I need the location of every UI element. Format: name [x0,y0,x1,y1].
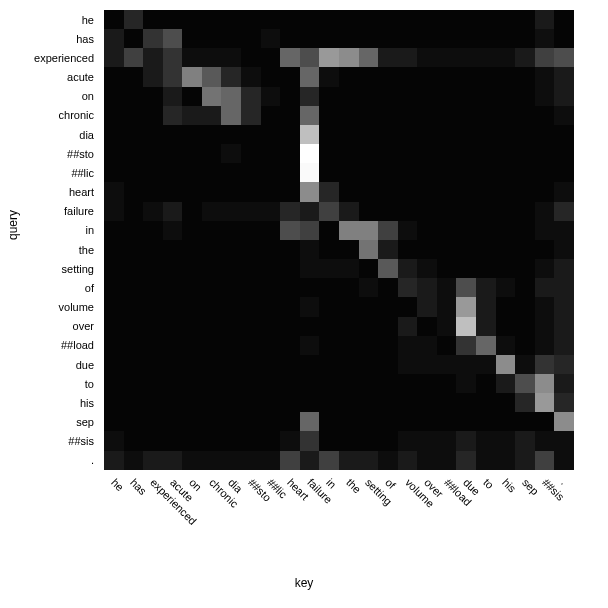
y-tick-labels: hehasexperiencedacuteonchronicdia##sto##… [0,10,100,470]
heatmap-cell [300,163,320,182]
heatmap-cell [182,67,202,86]
heatmap-cell [437,125,457,144]
heatmap-cell [221,221,241,240]
heatmap-cell [456,355,476,374]
heatmap-cell [221,106,241,125]
heatmap-cell [378,29,398,48]
heatmap-cell [182,278,202,297]
heatmap-cell [476,29,496,48]
heatmap-cell [535,355,555,374]
heatmap-cell [339,67,359,86]
heatmap-cell [535,412,555,431]
heatmap-cell [202,412,222,431]
heatmap-cell [339,431,359,450]
heatmap-cell [104,355,124,374]
heatmap-cell [398,10,418,29]
heatmap-cell [163,67,183,86]
y-tick: has [76,33,94,44]
heatmap-cell [378,317,398,336]
heatmap-cell [535,87,555,106]
heatmap-cell [476,144,496,163]
heatmap-cell [163,336,183,355]
heatmap-cell [163,106,183,125]
heatmap-cell [261,317,281,336]
heatmap-cell [378,355,398,374]
x-tick-labels: hehasexperiencedacuteonchronicdia##sto##… [104,474,574,574]
heatmap-cell [476,374,496,393]
heatmap-cell [143,182,163,201]
heatmap-cell [163,393,183,412]
y-tick: ##sto [67,148,94,159]
heatmap-cell [456,202,476,221]
heatmap-cell [437,297,457,316]
heatmap-cell [476,336,496,355]
heatmap-cell [437,259,457,278]
heatmap-cell [319,297,339,316]
heatmap-cell [124,355,144,374]
heatmap-cell [554,125,574,144]
heatmap-cell [280,355,300,374]
heatmap-cell [476,106,496,125]
heatmap-cell [202,240,222,259]
heatmap-cell [143,317,163,336]
heatmap-cell [378,87,398,106]
attention-heatmap: hehasexperiencedacuteonchronicdia##sto##… [0,0,608,608]
heatmap-cell [280,336,300,355]
heatmap-cell [359,259,379,278]
heatmap-cell [221,87,241,106]
heatmap-cell [143,221,163,240]
heatmap-cell [398,125,418,144]
heatmap-cell [280,144,300,163]
heatmap-cell [202,10,222,29]
heatmap-cell [515,67,535,86]
heatmap-cell [300,29,320,48]
heatmap-cell [261,240,281,259]
heatmap-cell [456,317,476,336]
heatmap-cell [535,259,555,278]
heatmap-cell [182,297,202,316]
heatmap-cell [476,67,496,86]
heatmap-cell [280,106,300,125]
heatmap-cell [124,412,144,431]
heatmap-cell [261,259,281,278]
heatmap-cell [515,240,535,259]
heatmap-cell [535,297,555,316]
heatmap-cell [437,48,457,67]
heatmap-cell [163,374,183,393]
heatmap-cell [163,221,183,240]
heatmap-cell [417,106,437,125]
heatmap-cell [280,125,300,144]
heatmap-cell [104,202,124,221]
heatmap-cell [417,317,437,336]
heatmap-cell [124,144,144,163]
heatmap-cell [339,87,359,106]
heatmap-cell [319,29,339,48]
heatmap-cell [535,431,555,450]
heatmap-cell [261,278,281,297]
heatmap-cell [143,106,163,125]
heatmap-cell [261,144,281,163]
heatmap-cell [124,182,144,201]
heatmap-cell [124,393,144,412]
heatmap-cell [554,182,574,201]
heatmap-cell [241,278,261,297]
heatmap-cell [241,374,261,393]
heatmap-cell [359,87,379,106]
heatmap-cell [417,29,437,48]
heatmap-cell [163,259,183,278]
heatmap-cell [437,336,457,355]
heatmap-cell [124,87,144,106]
heatmap-cell [104,163,124,182]
heatmap-cell [496,10,516,29]
heatmap-cell [535,106,555,125]
x-tick: sep [520,477,540,497]
heatmap-cell [437,106,457,125]
heatmap-cell [515,374,535,393]
heatmap-cell [104,29,124,48]
heatmap-cell [221,182,241,201]
heatmap-cell [378,144,398,163]
heatmap-cell [398,297,418,316]
y-tick: failure [64,206,94,217]
heatmap-cell [221,10,241,29]
heatmap-cell [476,317,496,336]
